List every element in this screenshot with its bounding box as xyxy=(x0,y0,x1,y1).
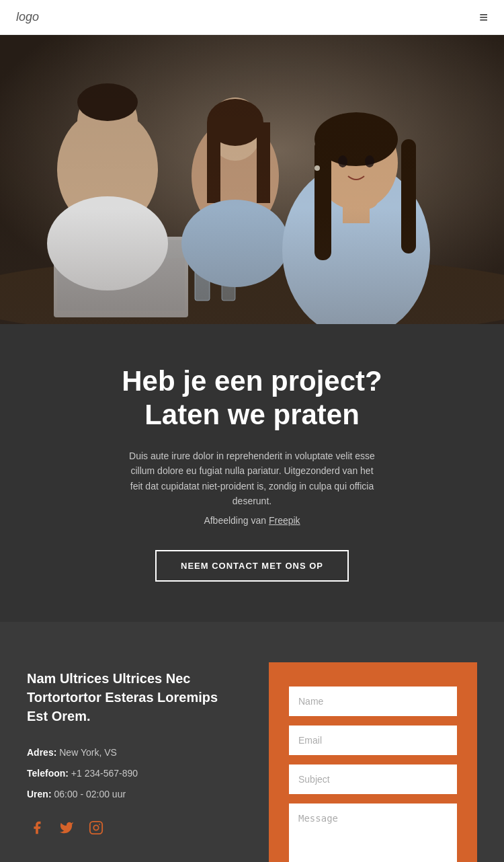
facebook-icon[interactable] xyxy=(27,818,47,838)
phone-detail: Telefoon: +1 234-567-890 xyxy=(27,767,242,781)
name-input[interactable] xyxy=(289,687,457,716)
contact-form-card: INDIENEN xyxy=(269,662,477,862)
hamburger-menu-icon[interactable]: ≡ xyxy=(479,9,488,26)
instagram-icon[interactable] xyxy=(86,818,106,838)
twitter-icon[interactable] xyxy=(56,818,77,838)
hero-overlay xyxy=(0,35,504,324)
svg-point-29 xyxy=(99,824,100,825)
subject-input[interactable] xyxy=(289,765,457,794)
contact-info-heading: Nam Ultrices Ultrices Nec Tortortortor E… xyxy=(27,669,242,726)
dark-section: Heb je een project? Laten we praten Duis… xyxy=(0,324,504,622)
hours-detail: Uren: 06:00 - 02:00 uur xyxy=(27,787,242,801)
hero-image xyxy=(0,35,504,324)
svg-point-28 xyxy=(93,826,98,830)
address-detail: Adres: New York, VS xyxy=(27,746,242,760)
image-credit: Afbeelding van Freepik xyxy=(27,515,477,526)
section-body: Duis aute irure dolor in reprehenderit i… xyxy=(124,448,380,509)
contact-info: Nam Ultrices Ultrices Nec Tortortortor E… xyxy=(27,662,242,838)
social-icons xyxy=(27,818,242,838)
header: logo ≡ xyxy=(0,0,504,35)
contact-cta-button[interactable]: NEEM CONTACT MET ONS OP xyxy=(155,550,349,582)
email-input[interactable] xyxy=(289,726,457,755)
message-input[interactable] xyxy=(289,804,457,862)
section-headline: Heb je een project? Laten we praten xyxy=(27,364,477,432)
logo: logo xyxy=(16,10,39,24)
svg-rect-27 xyxy=(90,822,102,834)
freepik-link[interactable]: Freepik xyxy=(269,515,300,526)
contact-section: Nam Ultrices Ultrices Nec Tortortortor E… xyxy=(0,622,504,862)
